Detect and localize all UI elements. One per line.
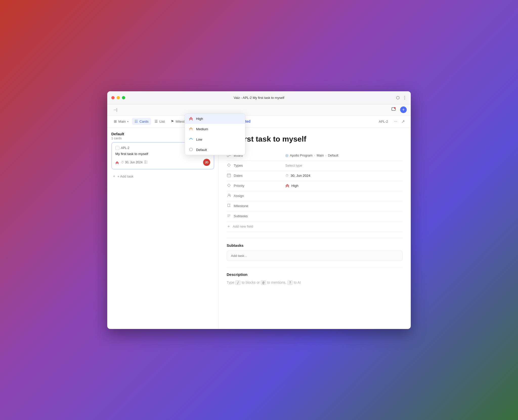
priority-option-default[interactable]: Default [219,145,245,155]
notifications-button[interactable] [390,106,398,114]
add-task-icon: ＋ [112,174,116,179]
priority-field-label: Priority [227,181,282,191]
dates-field-value[interactable]: ⏱ 30, Jun 2024 [282,171,403,181]
more-icon[interactable]: ⋮ [403,95,407,100]
tab-main-label: Main [118,120,126,123]
priority-option-medium[interactable]: Medium [219,124,245,134]
detail-body: My first task to myself Board [219,128,411,329]
description-hint-suffix: to AI [294,280,301,284]
milestones-tab-icon: ⚑ [171,119,174,123]
apollo-icon: ◎ [285,153,288,157]
sidebar-toggle-button[interactable]: →| [111,107,119,113]
task-date: ⏱ 30, Jun 2024 [121,161,142,164]
types-value: Select type [285,164,302,167]
toolbar: →| + [107,104,411,116]
dates-label: Dates [234,174,243,178]
assign-label: Assign [234,194,244,198]
question-kbd: ? [287,280,293,285]
add-new-field-row[interactable]: ＋ Add new field [227,221,403,232]
breadcrumb-sep-2: › [325,153,326,157]
breadcrumb: ◎ Apollo Program › Main › Default [285,153,338,157]
description-hint-middle2: to mentions, [267,280,287,284]
svg-point-1 [394,107,396,109]
add-task-label: + Add task [117,174,133,178]
priority-label: Priority [234,184,244,188]
breadcrumb-sep-1: › [314,153,315,157]
subtasks-section: Subtasks [227,238,403,261]
task-card-meta: ⏱ 30, Jun 2024 [115,160,148,165]
app-window: Vaiz - APL-2 My first task to myself ⬡ ⋮… [107,91,411,329]
svg-rect-8 [227,174,231,177]
kanban-content: Default 1 cards APL-2 ··· My first task … [107,128,218,329]
priority-icon [227,183,231,188]
description-hint: Type / to blocks or @ to mentions, ? to … [227,280,403,285]
priority-high-icon [115,161,119,164]
breadcrumb-main: Main [317,153,324,157]
close-button[interactable] [111,96,115,99]
task-title: My first task to myself [227,135,403,143]
types-icon [227,163,231,168]
assign-icon [227,193,231,198]
task-assignee-avatar: JD [203,159,210,166]
types-field-label: Types [227,161,282,171]
svg-rect-3 [145,162,146,164]
assign-field-label: Assign [227,191,282,201]
add-field-plus-icon: ＋ [227,224,231,229]
types-field-value[interactable]: Select type [282,161,403,171]
tab-cards[interactable]: ☷ Cards [132,118,151,125]
maximize-button[interactable] [122,96,125,99]
tab-list-label: List [159,120,165,123]
milestone-field-value[interactable] [282,201,403,211]
subtasks-title: Subtasks [227,243,403,248]
minimize-button[interactable] [117,96,120,99]
tab-main[interactable]: ⊞ Main ▾ [111,118,131,125]
add-task-button[interactable]: ＋ + Add task [111,172,214,181]
add-field-label: Add new field [233,225,253,228]
assign-field-value[interactable] [282,191,403,201]
toolbar-left: →| [111,107,119,113]
slash-kbd: / [235,280,241,285]
expand-button[interactable]: ↗ [400,118,406,125]
subtasks-field-icon [227,214,231,218]
subtasks-field-label-text: Subtasks [234,214,248,218]
share-icon[interactable]: ⬡ [396,95,400,100]
priority-option-low[interactable]: Low [219,134,245,145]
task-card-footer: ⏱ 30, Jun 2024 [115,159,210,166]
at-kbd: @ [261,280,266,285]
task-card-id: APL-2 [121,146,129,150]
board-field-value[interactable]: ◎ Apollo Program › Main › Default [282,150,403,161]
subtasks-icon [144,160,148,165]
tab-cards-label: Cards [139,120,148,123]
tab-list[interactable]: ☰ List [152,118,167,125]
priority-option-high[interactable]: High [219,116,245,124]
task-card-checkbox[interactable] [115,146,119,150]
task-card-id-wrapper: APL-2 [115,146,129,150]
dates-value: 30, Jun 2024 [291,174,310,178]
breadcrumb-program: Apollo Program [290,153,313,157]
subtasks-field-value[interactable] [282,211,403,221]
dates-clock-icon: ⏱ [285,174,289,178]
types-label: Types [234,164,243,167]
detail-header: Completed APL-2 ··· ↗ [219,116,411,128]
add-button[interactable]: + [400,106,407,113]
priority-field-value[interactable]: High [282,181,403,191]
description-section: Description Type / to blocks or @ to men… [227,267,403,285]
main-tab-icon: ⊞ [114,119,117,123]
traffic-lights [111,96,125,99]
cards-tab-icon: ☷ [135,119,138,123]
task-date-value: 30, Jun 2024 [125,161,142,164]
plus-icon: + [402,107,405,113]
subtask-add-input[interactable] [227,251,403,261]
dates-icon [227,173,231,178]
priority-value: High [291,184,298,188]
svg-point-12 [228,194,230,195]
description-title: Description [227,272,403,277]
description-hint-prefix: Type [227,280,235,284]
window-title: Vaiz - APL-2 My first task to myself [234,96,284,100]
priority-dropdown: High Medium [219,116,245,156]
milestone-field-label: Milestone [227,201,282,211]
main-content: ⊞ Main ▾ ☷ Cards ☰ List ⚑ Milestones [107,116,411,329]
more-options-button[interactable]: ··· [393,118,398,125]
fields-grid: Board ◎ Apollo Program › Main › Default [227,150,403,232]
milestone-icon [227,204,231,208]
